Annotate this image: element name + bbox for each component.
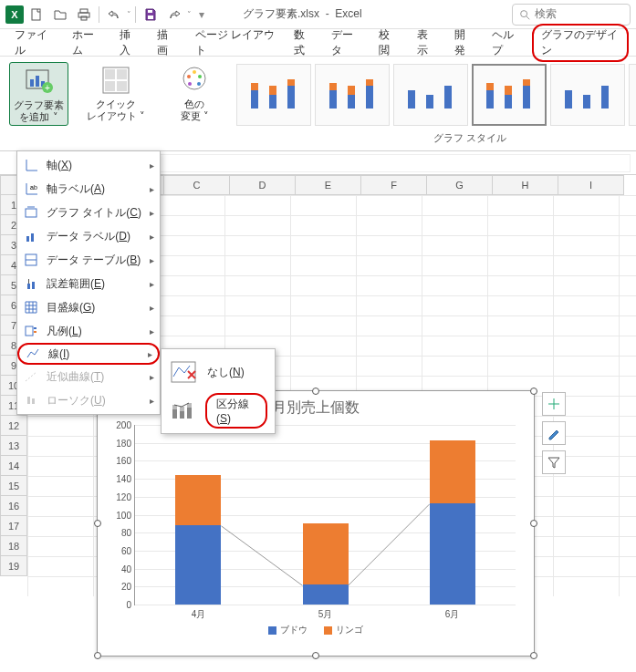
- svg-point-23: [197, 82, 201, 86]
- menu-lines[interactable]: 線(I)▸: [17, 343, 160, 365]
- chart-elements-button[interactable]: [542, 392, 566, 416]
- tab-insert[interactable]: 挿入: [112, 24, 146, 62]
- open-icon[interactable]: [49, 4, 71, 26]
- tab-help[interactable]: ヘルプ: [485, 24, 528, 62]
- col-header[interactable]: E: [296, 175, 361, 195]
- chart-style-thumb[interactable]: [472, 64, 547, 126]
- menu-data-table[interactable]: データ テーブル(B)▸: [17, 248, 160, 272]
- menu-error-bars[interactable]: 誤差範囲(E)▸: [17, 272, 160, 295]
- svg-rect-56: [31, 233, 34, 242]
- row-header[interactable]: 17: [0, 516, 27, 536]
- add-chart-element-menu: 軸(X)▸ ab軸ラベル(A)▸ グラフ タイトル(C)▸ データ ラベル(D)…: [16, 150, 161, 415]
- svg-rect-18: [117, 81, 127, 91]
- svg-point-6: [521, 10, 527, 16]
- change-colors-button[interactable]: 色の 変更 ˅: [174, 62, 214, 124]
- chart-style-thumb[interactable]: [315, 64, 390, 126]
- col-header[interactable]: D: [230, 175, 296, 195]
- menu-data-labels[interactable]: データ ラベル(D)▸: [17, 224, 160, 248]
- chart-plot-area[interactable]: 0204060801001201401601802004月5月6月: [134, 425, 516, 605]
- svg-rect-33: [348, 95, 355, 109]
- print-icon[interactable]: [73, 4, 95, 26]
- row-header[interactable]: 18: [0, 536, 27, 556]
- menu-axis-labels[interactable]: ab軸ラベル(A)▸: [17, 177, 160, 201]
- svg-rect-45: [523, 79, 530, 86]
- col-header[interactable]: I: [558, 175, 624, 195]
- search-input[interactable]: 検索: [512, 4, 631, 26]
- chart-style-thumb[interactable]: [629, 64, 636, 126]
- svg-rect-61: [32, 282, 35, 289]
- chart-styles-button[interactable]: [542, 421, 566, 445]
- submenu-none[interactable]: なし(N): [162, 353, 275, 391]
- svg-rect-36: [366, 79, 373, 86]
- new-file-icon[interactable]: [26, 4, 47, 26]
- svg-rect-41: [486, 83, 494, 90]
- svg-rect-30: [287, 79, 295, 86]
- svg-rect-0: [32, 9, 40, 20]
- svg-line-65: [26, 372, 36, 381]
- excel-icon: X: [5, 5, 24, 24]
- svg-text:+: +: [45, 83, 50, 93]
- svg-rect-55: [26, 236, 29, 242]
- chart-styles-gallery[interactable]: グラフ スタイル: [236, 60, 636, 147]
- chart-style-thumb[interactable]: [236, 64, 311, 126]
- menu-axes[interactable]: 軸(X)▸: [17, 153, 160, 177]
- chart-legend[interactable]: ブドウリンゴ: [98, 624, 534, 636]
- add-chart-element-button[interactable]: + グラフ要素 を追加 ˅: [9, 62, 68, 126]
- submenu-series-lines[interactable]: 区分線(S): [162, 391, 275, 429]
- row-header[interactable]: 13: [0, 436, 27, 456]
- svg-rect-15: [105, 69, 115, 79]
- col-header[interactable]: G: [427, 175, 493, 195]
- row-header[interactable]: 14: [0, 456, 27, 476]
- tab-draw[interactable]: 描画: [150, 24, 183, 62]
- formula-input[interactable]: [123, 154, 631, 172]
- chart-filters-button[interactable]: [542, 450, 566, 474]
- tab-data[interactable]: データ: [324, 24, 368, 62]
- chart-style-thumb[interactable]: [393, 64, 468, 126]
- svg-rect-25: [251, 90, 258, 109]
- undo-icon[interactable]: [103, 4, 125, 26]
- svg-rect-26: [251, 83, 258, 90]
- col-header[interactable]: C: [164, 175, 230, 195]
- col-header[interactable]: H: [493, 175, 558, 195]
- svg-line-80: [349, 504, 430, 585]
- svg-rect-43: [505, 86, 512, 95]
- svg-text:ab: ab: [30, 184, 37, 191]
- svg-rect-32: [329, 83, 337, 90]
- svg-rect-62: [26, 326, 33, 336]
- tab-review[interactable]: 校閲: [371, 24, 405, 62]
- row-header[interactable]: 12: [0, 416, 27, 436]
- tab-page-layout[interactable]: ページ レイアウト: [188, 24, 283, 62]
- menu-gridlines[interactable]: 目盛線(G)▸: [17, 295, 160, 319]
- search-icon: [518, 8, 531, 21]
- chart-style-thumb[interactable]: [550, 64, 625, 126]
- col-header[interactable]: F: [361, 175, 427, 195]
- svg-rect-66: [27, 397, 30, 404]
- tab-developer[interactable]: 開発: [447, 24, 481, 62]
- redo-icon[interactable]: [163, 4, 185, 26]
- svg-point-21: [193, 70, 196, 74]
- menu-legend[interactable]: 凡例(L)▸: [17, 319, 160, 343]
- quick-layout-button[interactable]: クイック レイアウト ˅: [83, 62, 149, 124]
- save-icon[interactable]: [140, 4, 162, 26]
- svg-rect-48: [601, 86, 609, 109]
- svg-rect-73: [180, 411, 184, 419]
- tab-formulas[interactable]: 数式: [287, 24, 320, 62]
- window-title: グラフ要素.xlsx - Excel: [243, 6, 362, 22]
- ribbon-body: + グラフ要素 を追加 ˅ クイック レイアウト ˅ 色の 変更 ˅ グラフ ス…: [0, 57, 636, 151]
- svg-rect-38: [426, 95, 433, 109]
- svg-rect-31: [329, 90, 337, 109]
- svg-rect-74: [180, 407, 184, 411]
- svg-rect-29: [287, 86, 295, 109]
- menu-chart-title[interactable]: グラフ タイトル(C)▸: [17, 201, 160, 224]
- tab-home[interactable]: ホーム: [65, 24, 109, 62]
- row-header[interactable]: 19: [0, 556, 27, 576]
- tab-chart-design[interactable]: グラフのデザイン: [532, 24, 628, 62]
- tab-file[interactable]: ファイル: [7, 24, 61, 62]
- tab-view[interactable]: 表示: [410, 24, 443, 62]
- svg-line-79: [222, 526, 303, 585]
- row-header[interactable]: 16: [0, 496, 27, 516]
- svg-rect-63: [34, 327, 36, 329]
- row-header[interactable]: 15: [0, 476, 27, 496]
- svg-rect-35: [366, 86, 373, 109]
- svg-rect-71: [172, 409, 177, 419]
